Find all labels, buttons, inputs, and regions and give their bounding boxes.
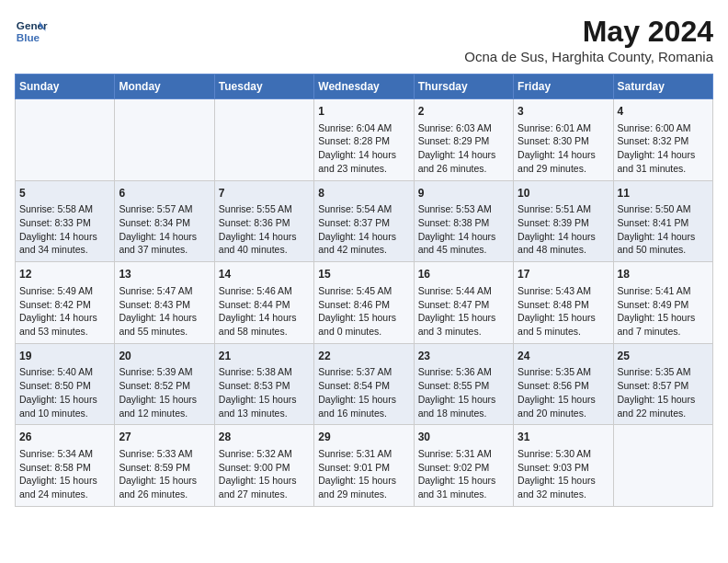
day-content: Sunrise: 6:03 AM Sunset: 8:29 PM Dayligh…: [418, 121, 509, 176]
day-cell: 14Sunrise: 5:46 AM Sunset: 8:44 PM Dayli…: [214, 262, 313, 344]
day-content: Sunrise: 5:49 AM Sunset: 8:42 PM Dayligh…: [19, 284, 110, 339]
day-content: Sunrise: 5:36 AM Sunset: 8:55 PM Dayligh…: [418, 365, 509, 419]
day-cell: 15Sunrise: 5:45 AM Sunset: 8:46 PM Dayli…: [314, 262, 414, 344]
day-number: 15: [318, 267, 409, 282]
title-area: May 2024 Ocna de Sus, Harghita County, R…: [464, 15, 713, 64]
day-content: Sunrise: 6:01 AM Sunset: 8:30 PM Dayligh…: [518, 121, 609, 176]
day-content: Sunrise: 5:30 AM Sunset: 9:03 PM Dayligh…: [518, 447, 609, 501]
logo: General Blue: [15, 15, 48, 48]
day-cell: 24Sunrise: 5:35 AM Sunset: 8:56 PM Dayli…: [514, 343, 613, 425]
day-number: 9: [418, 186, 509, 201]
day-number: 16: [418, 267, 509, 282]
day-content: Sunrise: 5:32 AM Sunset: 9:00 PM Dayligh…: [219, 447, 310, 501]
day-cell: 4Sunrise: 6:00 AM Sunset: 8:32 PM Daylig…: [613, 99, 712, 181]
day-number: 21: [219, 349, 310, 364]
day-content: Sunrise: 5:41 AM Sunset: 8:49 PM Dayligh…: [618, 284, 709, 339]
day-number: 1: [318, 104, 409, 120]
day-number: 29: [318, 430, 409, 445]
svg-text:Blue: Blue: [17, 31, 40, 43]
week-row-4: 19Sunrise: 5:40 AM Sunset: 8:50 PM Dayli…: [16, 343, 713, 425]
day-content: Sunrise: 5:43 AM Sunset: 8:48 PM Dayligh…: [518, 284, 609, 339]
day-number: 24: [518, 349, 609, 364]
day-cell: 10Sunrise: 5:51 AM Sunset: 8:39 PM Dayli…: [514, 180, 613, 262]
day-number: 11: [618, 186, 709, 201]
day-content: Sunrise: 5:53 AM Sunset: 8:38 PM Dayligh…: [418, 202, 509, 257]
day-cell: [214, 99, 313, 181]
day-cell: 28Sunrise: 5:32 AM Sunset: 9:00 PM Dayli…: [214, 425, 313, 507]
day-header-monday: Monday: [115, 75, 214, 99]
day-header-thursday: Thursday: [414, 75, 513, 99]
day-content: Sunrise: 5:35 AM Sunset: 8:57 PM Dayligh…: [618, 365, 709, 419]
week-row-5: 26Sunrise: 5:34 AM Sunset: 8:58 PM Dayli…: [16, 425, 713, 507]
day-number: 7: [219, 186, 310, 201]
day-cell: 20Sunrise: 5:39 AM Sunset: 8:52 PM Dayli…: [115, 343, 214, 425]
day-cell: 17Sunrise: 5:43 AM Sunset: 8:48 PM Dayli…: [514, 262, 613, 344]
day-number: 2: [418, 104, 509, 120]
logo-icon: General Blue: [15, 15, 48, 48]
main-title: May 2024: [464, 15, 713, 49]
day-cell: 27Sunrise: 5:33 AM Sunset: 8:59 PM Dayli…: [115, 425, 214, 507]
day-number: 13: [119, 267, 210, 282]
day-cell: 18Sunrise: 5:41 AM Sunset: 8:49 PM Dayli…: [613, 262, 712, 344]
day-content: Sunrise: 5:55 AM Sunset: 8:36 PM Dayligh…: [219, 202, 310, 257]
day-header-saturday: Saturday: [613, 75, 712, 99]
day-number: 22: [318, 349, 409, 364]
week-row-2: 5Sunrise: 5:58 AM Sunset: 8:33 PM Daylig…: [16, 180, 713, 262]
header-row: SundayMondayTuesdayWednesdayThursdayFrid…: [16, 75, 713, 99]
day-content: Sunrise: 5:40 AM Sunset: 8:50 PM Dayligh…: [19, 365, 110, 419]
day-cell: 12Sunrise: 5:49 AM Sunset: 8:42 PM Dayli…: [16, 262, 115, 344]
day-number: 12: [19, 267, 110, 282]
day-cell: 11Sunrise: 5:50 AM Sunset: 8:41 PM Dayli…: [613, 180, 712, 262]
day-number: 14: [219, 267, 310, 282]
day-content: Sunrise: 5:31 AM Sunset: 9:01 PM Dayligh…: [318, 447, 409, 501]
day-number: 17: [518, 267, 609, 282]
day-number: 26: [19, 430, 110, 445]
day-content: Sunrise: 5:33 AM Sunset: 8:59 PM Dayligh…: [119, 447, 210, 501]
day-cell: 23Sunrise: 5:36 AM Sunset: 8:55 PM Dayli…: [414, 343, 513, 425]
day-content: Sunrise: 5:58 AM Sunset: 8:33 PM Dayligh…: [19, 202, 110, 257]
day-cell: 2Sunrise: 6:03 AM Sunset: 8:29 PM Daylig…: [414, 99, 513, 181]
day-header-tuesday: Tuesday: [214, 75, 313, 99]
day-number: 23: [418, 349, 509, 364]
day-content: Sunrise: 5:35 AM Sunset: 8:56 PM Dayligh…: [518, 365, 609, 419]
day-cell: 16Sunrise: 5:44 AM Sunset: 8:47 PM Dayli…: [414, 262, 513, 344]
day-cell: 31Sunrise: 5:30 AM Sunset: 9:03 PM Dayli…: [514, 425, 613, 507]
day-cell: 9Sunrise: 5:53 AM Sunset: 8:38 PM Daylig…: [414, 180, 513, 262]
day-cell: 3Sunrise: 6:01 AM Sunset: 8:30 PM Daylig…: [514, 99, 613, 181]
day-number: 5: [19, 186, 110, 201]
day-number: 8: [318, 186, 409, 201]
day-number: 31: [518, 430, 609, 445]
day-content: Sunrise: 6:04 AM Sunset: 8:28 PM Dayligh…: [318, 121, 409, 176]
day-content: Sunrise: 5:37 AM Sunset: 8:54 PM Dayligh…: [318, 365, 409, 419]
calendar-table: SundayMondayTuesdayWednesdayThursdayFrid…: [15, 74, 713, 507]
day-cell: [613, 425, 712, 507]
day-number: 4: [618, 104, 709, 120]
day-header-wednesday: Wednesday: [314, 75, 414, 99]
day-cell: 5Sunrise: 5:58 AM Sunset: 8:33 PM Daylig…: [16, 180, 115, 262]
day-content: Sunrise: 5:47 AM Sunset: 8:43 PM Dayligh…: [119, 284, 210, 339]
day-number: 25: [618, 349, 709, 364]
day-content: Sunrise: 5:39 AM Sunset: 8:52 PM Dayligh…: [119, 365, 210, 419]
header: General Blue May 2024 Ocna de Sus, Hargh…: [15, 15, 713, 64]
day-cell: 7Sunrise: 5:55 AM Sunset: 8:36 PM Daylig…: [214, 180, 313, 262]
day-cell: 13Sunrise: 5:47 AM Sunset: 8:43 PM Dayli…: [115, 262, 214, 344]
day-content: Sunrise: 5:34 AM Sunset: 8:58 PM Dayligh…: [19, 447, 110, 501]
day-header-friday: Friday: [514, 75, 613, 99]
subtitle: Ocna de Sus, Harghita County, Romania: [464, 49, 713, 64]
day-number: 28: [219, 430, 310, 445]
day-number: 18: [618, 267, 709, 282]
day-number: 30: [418, 430, 509, 445]
day-content: Sunrise: 5:45 AM Sunset: 8:46 PM Dayligh…: [318, 284, 409, 339]
svg-text:General: General: [17, 19, 48, 31]
day-content: Sunrise: 5:44 AM Sunset: 8:47 PM Dayligh…: [418, 284, 509, 339]
day-cell: 6Sunrise: 5:57 AM Sunset: 8:34 PM Daylig…: [115, 180, 214, 262]
day-content: Sunrise: 5:46 AM Sunset: 8:44 PM Dayligh…: [219, 284, 310, 339]
week-row-1: 1Sunrise: 6:04 AM Sunset: 8:28 PM Daylig…: [16, 99, 713, 181]
day-cell: 19Sunrise: 5:40 AM Sunset: 8:50 PM Dayli…: [16, 343, 115, 425]
day-header-sunday: Sunday: [16, 75, 115, 99]
week-row-3: 12Sunrise: 5:49 AM Sunset: 8:42 PM Dayli…: [16, 262, 713, 344]
day-content: Sunrise: 5:57 AM Sunset: 8:34 PM Dayligh…: [119, 202, 210, 257]
day-number: 20: [119, 349, 210, 364]
day-cell: [115, 99, 214, 181]
day-content: Sunrise: 5:51 AM Sunset: 8:39 PM Dayligh…: [518, 202, 609, 257]
